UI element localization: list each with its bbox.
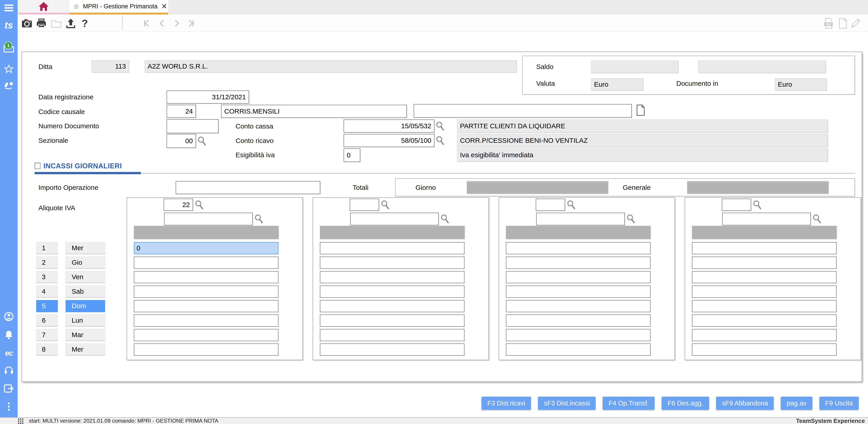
aliquota-input[interactable]: 22 [164, 199, 193, 211]
documents-folder-icon[interactable]: 1 [0, 44, 18, 53]
aliquota-search-icon[interactable] [752, 200, 762, 210]
document-note-icon[interactable] [636, 105, 645, 116]
importo-cell[interactable] [506, 343, 651, 356]
giorno-num-cell[interactable]: 8 [36, 343, 58, 356]
importo-operazione-input[interactable] [176, 181, 320, 194]
tab-close-icon[interactable]: ✕ [161, 3, 167, 10]
importo-cell[interactable] [320, 242, 465, 254]
aliquota-desc-input[interactable] [350, 213, 439, 225]
importo-cell[interactable]: 0 [134, 242, 278, 254]
importo-cell[interactable] [692, 314, 837, 327]
aliquota-input[interactable] [722, 199, 751, 211]
function-button-f3-dist-ricavi[interactable]: F3 Dist.ricavi [482, 397, 531, 410]
tab-active[interactable]: ☆ MPRI - Gestione Primanota ✕ [69, 0, 168, 15]
importo-cell[interactable] [320, 314, 465, 327]
giorno-num-cell[interactable]: 3 [36, 271, 58, 283]
aliquota-desc-input[interactable] [722, 213, 811, 225]
importo-cell[interactable] [134, 300, 278, 312]
aliquota-search-icon[interactable] [194, 200, 204, 210]
data-registrazione-input[interactable]: 31/12/2021 [166, 90, 249, 104]
importo-cell[interactable] [506, 314, 651, 327]
giorno-num-cell[interactable]: 4 [36, 285, 58, 298]
importo-cell[interactable] [320, 257, 465, 269]
camera-icon[interactable] [22, 18, 32, 29]
user-profile-icon[interactable] [0, 312, 18, 321]
aliquota-input[interactable] [350, 199, 379, 211]
aliquota-desc-search-icon[interactable] [254, 214, 264, 224]
aliquota-search-icon[interactable] [566, 200, 576, 210]
importo-cell[interactable] [134, 329, 278, 341]
importo-cell[interactable] [506, 271, 651, 283]
sezionale-search-icon[interactable] [197, 136, 207, 146]
aliquota-desc-search-icon[interactable] [812, 214, 822, 224]
numero-documento-input[interactable] [166, 119, 219, 133]
importo-cell[interactable] [320, 271, 465, 283]
function-button-f4-op-transf-[interactable]: F4 Op.Transf. [602, 397, 655, 410]
function-button-f9-uscita[interactable]: F9 Uscita [819, 397, 859, 410]
importo-cell[interactable] [692, 300, 837, 312]
giorno-num-cell[interactable]: 7 [36, 329, 58, 341]
importo-cell[interactable] [506, 300, 651, 312]
help-icon[interactable]: ? [80, 18, 90, 29]
importo-cell[interactable] [320, 300, 465, 312]
codice-causale-input[interactable]: 24 [166, 105, 196, 118]
conto-ricavo-search-icon[interactable] [435, 136, 445, 146]
giorno-name-cell[interactable]: Sab [66, 285, 105, 298]
importo-cell[interactable] [506, 285, 651, 298]
importo-cell[interactable] [692, 285, 837, 298]
importo-cell[interactable] [134, 257, 278, 269]
giorno-num-cell[interactable]: 5 [36, 300, 58, 312]
giorno-name-cell[interactable]: Mar [66, 329, 105, 341]
conto-cassa-input[interactable]: 15/05/532 [344, 119, 434, 133]
aliquota-desc-input[interactable] [164, 213, 253, 225]
more-options-kebab-icon[interactable] [0, 402, 18, 411]
aliquota-input[interactable] [536, 199, 565, 211]
teamsystem-logo[interactable]: ts [0, 20, 18, 31]
giorno-name-cell[interactable]: Dom [66, 300, 105, 312]
importo-cell[interactable] [506, 242, 651, 254]
giorno-name-cell[interactable]: Mer [66, 343, 105, 356]
aliquota-desc-search-icon[interactable] [626, 214, 636, 224]
giorno-name-cell[interactable]: Gio [66, 257, 105, 269]
aliquota-desc-input[interactable] [536, 213, 625, 225]
importo-cell[interactable] [134, 285, 278, 298]
importo-cell[interactable] [692, 271, 837, 283]
print-icon[interactable] [36, 18, 46, 29]
giorno-num-cell[interactable]: 1 [36, 242, 58, 254]
giorno-name-cell[interactable]: Ven [66, 271, 105, 283]
function-button-f6-des-agg-[interactable]: F6 Des.agg. [662, 397, 709, 410]
giorno-name-cell[interactable]: Lun [66, 314, 105, 327]
conto-ricavo-input[interactable]: 58/05/100 [344, 134, 434, 147]
giorno-num-cell[interactable]: 6 [36, 314, 58, 327]
codice-causale-extra-input[interactable] [414, 104, 632, 118]
importo-cell[interactable] [320, 329, 465, 341]
tab-home[interactable] [19, 0, 69, 15]
app-grid-icon[interactable] [18, 419, 24, 424]
importo-cell[interactable] [134, 314, 278, 327]
importo-cell[interactable] [134, 343, 278, 356]
sezionale-input[interactable]: 00 [166, 134, 196, 148]
importo-cell[interactable] [320, 285, 465, 298]
ec-logo[interactable]: ec [0, 349, 18, 358]
importo-cell[interactable] [320, 343, 465, 356]
function-button-sf3-dist-incassi[interactable]: sF3 Dist.incassi [538, 397, 596, 410]
importo-cell[interactable] [506, 257, 651, 269]
favorite-star-icon[interactable]: ☆ [73, 2, 79, 10]
codice-causale-desc-input[interactable]: CORRIS.MENSILI [221, 105, 407, 118]
importo-cell[interactable] [692, 257, 837, 269]
importo-cell[interactable] [692, 343, 837, 356]
support-headset-icon[interactable] [0, 366, 18, 375]
importo-cell[interactable] [134, 271, 278, 283]
upload-icon[interactable] [66, 18, 76, 29]
aliquota-desc-search-icon[interactable] [440, 214, 450, 224]
esigibilita-iva-input[interactable]: 0 [344, 148, 360, 162]
logout-exit-icon[interactable] [0, 384, 18, 393]
phone-contact-icon[interactable] [0, 81, 18, 90]
incassi-checkbox[interactable] [35, 163, 40, 169]
importo-cell[interactable] [506, 329, 651, 341]
function-button-sf9-abbandona[interactable]: sF9 Abbandona [716, 397, 774, 410]
importo-cell[interactable] [692, 329, 837, 341]
menu-hamburger-icon[interactable] [0, 4, 18, 12]
notifications-bell-icon[interactable] [0, 330, 18, 339]
aliquota-search-icon[interactable] [380, 200, 390, 210]
